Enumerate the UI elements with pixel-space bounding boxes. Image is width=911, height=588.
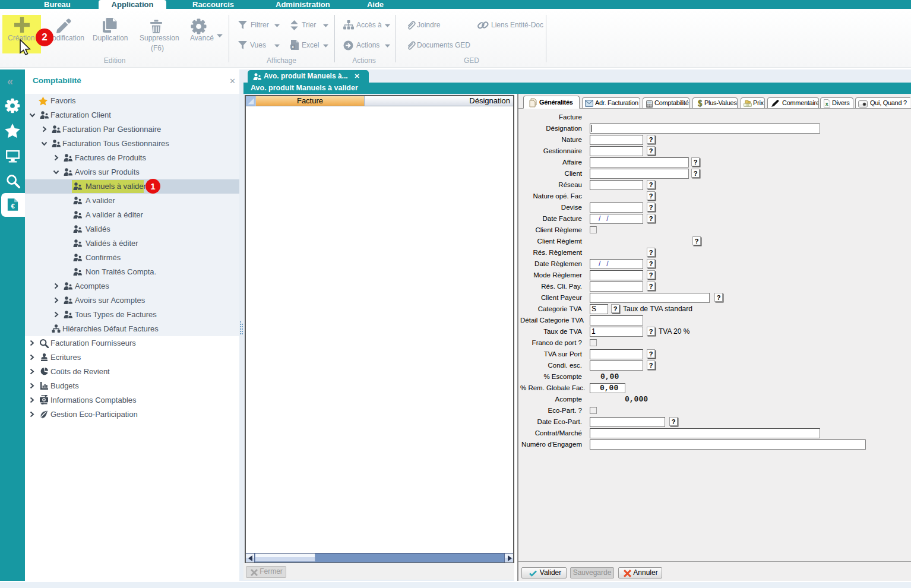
svg-text:€: €: [11, 203, 15, 210]
svg-text:x: x: [825, 101, 828, 107]
svg-text:$: $: [698, 99, 703, 108]
svg-text:x: x: [292, 45, 294, 49]
